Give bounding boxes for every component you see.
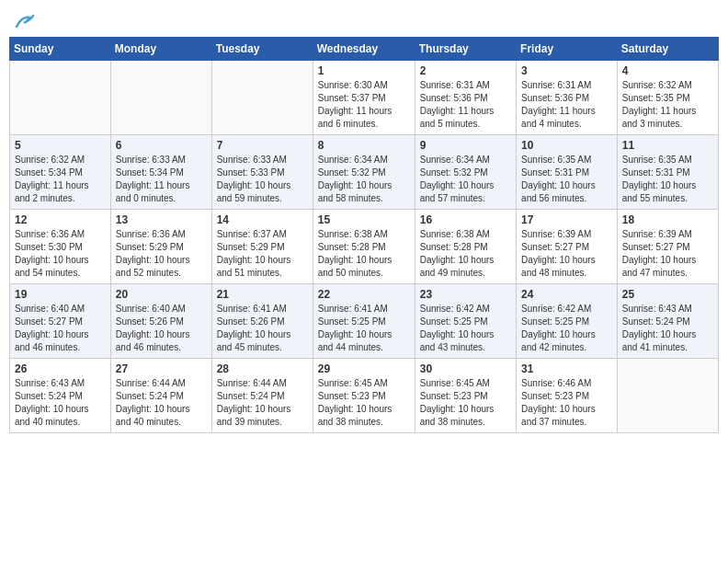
sunrise-text: Sunrise: 6:46 AM xyxy=(521,378,591,388)
daylight-text: Daylight: 10 hours and 43 minutes. xyxy=(420,329,495,352)
calendar-cell: 28 Sunrise: 6:44 AM Sunset: 5:24 PM Dayl… xyxy=(211,359,313,433)
day-detail: Sunrise: 6:46 AM Sunset: 5:23 PM Dayligh… xyxy=(521,377,612,429)
daylight-text: Daylight: 10 hours and 48 minutes. xyxy=(521,255,596,278)
sunset-text: Sunset: 5:24 PM xyxy=(116,391,184,401)
day-detail: Sunrise: 6:40 AM Sunset: 5:27 PM Dayligh… xyxy=(15,303,106,354)
sunrise-text: Sunrise: 6:40 AM xyxy=(15,304,85,314)
calendar-cell xyxy=(211,61,313,135)
daylight-text: Daylight: 10 hours and 41 minutes. xyxy=(622,329,697,352)
daylight-text: Daylight: 11 hours and 3 minutes. xyxy=(622,106,697,129)
day-detail: Sunrise: 6:38 AM Sunset: 5:28 PM Dayligh… xyxy=(318,228,410,280)
sunrise-text: Sunrise: 6:45 AM xyxy=(318,378,388,388)
day-detail: Sunrise: 6:41 AM Sunset: 5:26 PM Dayligh… xyxy=(217,303,308,354)
calendar-cell: 24 Sunrise: 6:42 AM Sunset: 5:25 PM Dayl… xyxy=(517,284,618,359)
day-detail: Sunrise: 6:40 AM Sunset: 5:26 PM Dayligh… xyxy=(116,303,207,354)
day-number: 14 xyxy=(217,213,308,226)
daylight-text: Daylight: 10 hours and 58 minutes. xyxy=(318,180,392,203)
day-number: 26 xyxy=(15,362,106,375)
calendar-cell: 29 Sunrise: 6:45 AM Sunset: 5:23 PM Dayl… xyxy=(313,359,415,433)
daylight-text: Daylight: 10 hours and 49 minutes. xyxy=(420,255,495,278)
sunrise-text: Sunrise: 6:35 AM xyxy=(622,155,692,165)
daylight-text: Daylight: 10 hours and 37 minutes. xyxy=(521,404,596,427)
day-number: 16 xyxy=(420,213,511,226)
day-detail: Sunrise: 6:42 AM Sunset: 5:25 PM Dayligh… xyxy=(420,303,511,354)
sunset-text: Sunset: 5:36 PM xyxy=(521,93,589,103)
day-number: 2 xyxy=(420,64,511,77)
day-detail: Sunrise: 6:41 AM Sunset: 5:25 PM Dayligh… xyxy=(318,303,410,354)
day-detail: Sunrise: 6:36 AM Sunset: 5:30 PM Dayligh… xyxy=(15,228,106,280)
sunset-text: Sunset: 5:23 PM xyxy=(521,391,589,401)
sunrise-text: Sunrise: 6:31 AM xyxy=(521,80,591,90)
sunset-text: Sunset: 5:32 PM xyxy=(420,167,488,178)
calendar-cell: 5 Sunrise: 6:32 AM Sunset: 5:34 PM Dayli… xyxy=(10,135,111,210)
day-detail: Sunrise: 6:39 AM Sunset: 5:27 PM Dayligh… xyxy=(622,228,713,280)
calendar-cell: 18 Sunrise: 6:39 AM Sunset: 5:27 PM Dayl… xyxy=(617,210,718,284)
day-number: 21 xyxy=(217,288,308,301)
calendar-week-5: 26 Sunrise: 6:43 AM Sunset: 5:24 PM Dayl… xyxy=(10,359,719,433)
day-number: 25 xyxy=(622,288,713,301)
day-detail: Sunrise: 6:45 AM Sunset: 5:23 PM Dayligh… xyxy=(318,377,410,429)
logo-text xyxy=(13,9,35,31)
day-number: 23 xyxy=(420,288,511,301)
calendar-cell: 7 Sunrise: 6:33 AM Sunset: 5:33 PM Dayli… xyxy=(211,135,313,210)
sunset-text: Sunset: 5:29 PM xyxy=(116,242,184,252)
sunset-text: Sunset: 5:24 PM xyxy=(217,391,285,401)
calendar-header-wednesday: Wednesday xyxy=(313,38,415,61)
day-detail: Sunrise: 6:33 AM Sunset: 5:34 PM Dayligh… xyxy=(116,154,207,205)
calendar-cell: 3 Sunrise: 6:31 AM Sunset: 5:36 PM Dayli… xyxy=(517,61,618,135)
day-number: 17 xyxy=(521,213,612,226)
sunset-text: Sunset: 5:26 PM xyxy=(217,316,285,327)
sunrise-text: Sunrise: 6:33 AM xyxy=(217,155,287,165)
day-number: 24 xyxy=(521,288,612,301)
daylight-text: Daylight: 11 hours and 2 minutes. xyxy=(15,180,89,203)
daylight-text: Daylight: 10 hours and 44 minutes. xyxy=(318,329,392,352)
daylight-text: Daylight: 10 hours and 51 minutes. xyxy=(217,255,291,278)
calendar-header-row: SundayMondayTuesdayWednesdayThursdayFrid… xyxy=(10,38,719,61)
day-number: 28 xyxy=(217,362,308,375)
day-number: 27 xyxy=(116,362,207,375)
daylight-text: Daylight: 11 hours and 0 minutes. xyxy=(116,180,190,203)
daylight-text: Daylight: 10 hours and 47 minutes. xyxy=(622,255,697,278)
sunrise-text: Sunrise: 6:38 AM xyxy=(318,229,388,239)
day-number: 11 xyxy=(622,139,713,152)
day-number: 31 xyxy=(521,362,612,375)
sunrise-text: Sunrise: 6:35 AM xyxy=(521,155,591,165)
calendar-cell: 4 Sunrise: 6:32 AM Sunset: 5:35 PM Dayli… xyxy=(617,61,718,135)
day-number: 5 xyxy=(15,139,106,152)
sunrise-text: Sunrise: 6:32 AM xyxy=(15,155,85,165)
calendar-week-4: 19 Sunrise: 6:40 AM Sunset: 5:27 PM Dayl… xyxy=(10,284,719,359)
day-detail: Sunrise: 6:32 AM Sunset: 5:34 PM Dayligh… xyxy=(15,154,106,205)
day-detail: Sunrise: 6:37 AM Sunset: 5:29 PM Dayligh… xyxy=(217,228,308,280)
calendar-cell: 13 Sunrise: 6:36 AM Sunset: 5:29 PM Dayl… xyxy=(110,210,211,284)
daylight-text: Daylight: 10 hours and 52 minutes. xyxy=(116,255,190,278)
day-detail: Sunrise: 6:43 AM Sunset: 5:24 PM Dayligh… xyxy=(622,303,713,354)
calendar-cell: 31 Sunrise: 6:46 AM Sunset: 5:23 PM Dayl… xyxy=(517,359,618,433)
sunrise-text: Sunrise: 6:43 AM xyxy=(15,378,85,388)
day-detail: Sunrise: 6:45 AM Sunset: 5:23 PM Dayligh… xyxy=(420,377,511,429)
calendar-cell: 12 Sunrise: 6:36 AM Sunset: 5:30 PM Dayl… xyxy=(10,210,111,284)
daylight-text: Daylight: 10 hours and 57 minutes. xyxy=(420,180,495,203)
calendar-cell: 25 Sunrise: 6:43 AM Sunset: 5:24 PM Dayl… xyxy=(617,284,718,359)
calendar-header-tuesday: Tuesday xyxy=(211,38,313,61)
sunrise-text: Sunrise: 6:43 AM xyxy=(622,304,692,314)
calendar-cell: 21 Sunrise: 6:41 AM Sunset: 5:26 PM Dayl… xyxy=(211,284,313,359)
day-detail: Sunrise: 6:33 AM Sunset: 5:33 PM Dayligh… xyxy=(217,154,308,205)
calendar-cell xyxy=(110,61,211,135)
daylight-text: Daylight: 11 hours and 4 minutes. xyxy=(521,106,596,129)
sunrise-text: Sunrise: 6:32 AM xyxy=(622,80,692,90)
day-number: 1 xyxy=(318,64,410,77)
calendar-cell: 11 Sunrise: 6:35 AM Sunset: 5:31 PM Dayl… xyxy=(617,135,718,210)
sunset-text: Sunset: 5:35 PM xyxy=(622,93,690,103)
calendar-cell: 30 Sunrise: 6:45 AM Sunset: 5:23 PM Dayl… xyxy=(415,359,516,433)
sunset-text: Sunset: 5:31 PM xyxy=(622,167,690,178)
day-detail: Sunrise: 6:34 AM Sunset: 5:32 PM Dayligh… xyxy=(420,154,511,205)
sunset-text: Sunset: 5:31 PM xyxy=(521,167,589,178)
daylight-text: Daylight: 10 hours and 50 minutes. xyxy=(318,255,392,278)
day-detail: Sunrise: 6:38 AM Sunset: 5:28 PM Dayligh… xyxy=(420,228,511,280)
sunrise-text: Sunrise: 6:37 AM xyxy=(217,229,287,239)
day-number: 8 xyxy=(318,139,410,152)
sunrise-text: Sunrise: 6:39 AM xyxy=(622,229,692,239)
sunset-text: Sunset: 5:28 PM xyxy=(318,242,386,252)
sunset-text: Sunset: 5:23 PM xyxy=(420,391,488,401)
daylight-text: Daylight: 10 hours and 56 minutes. xyxy=(521,180,596,203)
